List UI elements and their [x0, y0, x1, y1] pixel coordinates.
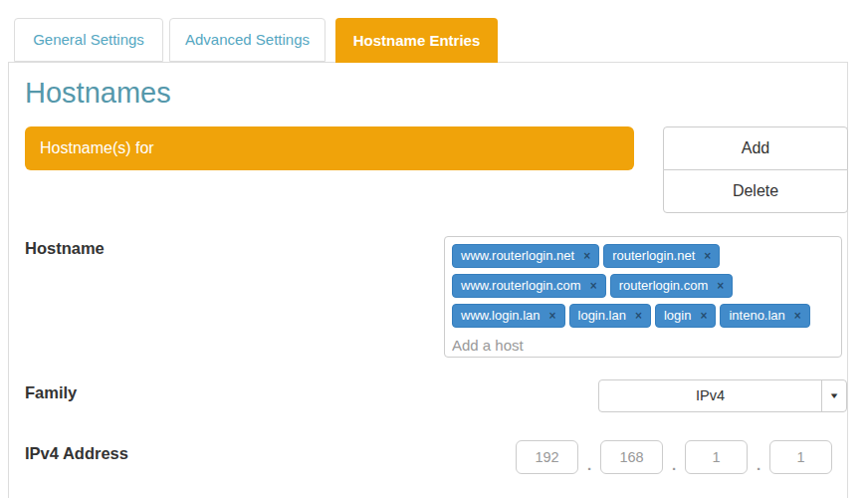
ipv4-address-inputs: . . . [516, 440, 832, 474]
hostname-label: Hostname [25, 239, 105, 258]
chevron-down-icon: ▼ [828, 391, 839, 400]
tag-label: routerlogin.net [612, 248, 695, 263]
octet-separator: . [748, 456, 769, 473]
octet-separator: . [578, 456, 600, 473]
hostname-tag[interactable]: routerlogin.net× [603, 244, 720, 268]
tag-label: www.routerlogin.net [461, 248, 574, 263]
ipv4-octet-3[interactable] [685, 440, 748, 474]
add-host-input[interactable] [452, 337, 701, 354]
tab-advanced-settings[interactable]: Advanced Settings [169, 18, 326, 62]
ipv4-octet-1[interactable] [516, 440, 578, 474]
family-select[interactable]: IPv4 ▼ [598, 379, 847, 412]
ipv4-octet-4[interactable] [769, 440, 832, 474]
tag-label: inteno.lan [729, 308, 784, 323]
tag-label: login.lan [578, 308, 626, 323]
ipv4-octet-2[interactable] [600, 440, 663, 474]
entry-actions: Add Delete [663, 126, 848, 213]
remove-tag-icon[interactable]: × [590, 279, 597, 293]
remove-tag-icon[interactable]: × [717, 279, 724, 293]
remove-tag-icon[interactable]: × [549, 309, 556, 323]
hostname-entry-row[interactable]: Hostname(s) for [25, 126, 634, 170]
page-title: Hostnames [25, 77, 171, 110]
hostname-tags-input[interactable]: www.routerlogin.net×routerlogin.net×www.… [444, 236, 842, 358]
remove-tag-icon[interactable]: × [794, 309, 801, 323]
hostname-tag[interactable]: www.login.lan× [452, 304, 565, 328]
tag-label: www.routerlogin.com [461, 278, 581, 293]
remove-tag-icon[interactable]: × [635, 309, 642, 323]
delete-button[interactable]: Delete [663, 169, 848, 213]
tag-label: routerlogin.com [619, 278, 709, 293]
remove-tag-icon[interactable]: × [704, 249, 711, 263]
remove-tag-icon[interactable]: × [583, 249, 590, 263]
hostname-tag[interactable]: inteno.lan× [720, 304, 809, 328]
family-selected-value: IPv4 [599, 380, 821, 411]
hostname-tag[interactable]: www.routerlogin.net× [452, 244, 599, 268]
dropdown-toggle[interactable]: ▼ [821, 380, 846, 411]
add-button[interactable]: Add [663, 126, 848, 170]
tab-hostname-entries[interactable]: Hostname Entries [335, 18, 498, 63]
tab-general-settings[interactable]: General Settings [14, 18, 163, 62]
hostname-tag[interactable]: www.routerlogin.com× [452, 274, 606, 298]
hostname-entries-panel: Hostnames Hostname(s) for Add Delete Hos… [8, 62, 848, 498]
ipv4-address-label: IPv4 Address [25, 444, 128, 463]
hostname-tag[interactable]: login× [655, 304, 716, 328]
tag-label: www.login.lan [461, 308, 541, 323]
hostname-tag[interactable]: login.lan× [569, 304, 651, 328]
remove-tag-icon[interactable]: × [700, 309, 707, 323]
dhcp-hostname-page: General Settings Advanced Settings Hostn… [0, 0, 868, 498]
hostname-tag[interactable]: routerlogin.com× [610, 274, 734, 298]
octet-separator: . [663, 456, 685, 473]
family-label: Family [25, 383, 77, 402]
tag-label: login [664, 308, 691, 323]
